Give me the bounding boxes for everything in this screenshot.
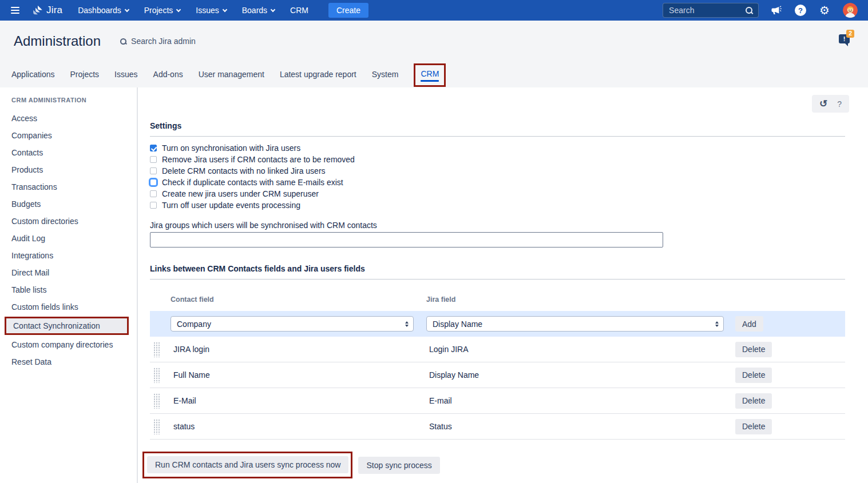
chevron-down-icon (176, 7, 181, 11)
page-title: Administration (14, 33, 101, 49)
sidebar-item-transactions[interactable]: Transactions (0, 178, 137, 195)
checkbox-row-check-duplicates[interactable]: Check if duplicate contacts with same E-… (150, 177, 845, 188)
page-help-icon[interactable]: ? (837, 99, 842, 109)
sidebar-item-contacts[interactable]: Contacts (0, 144, 137, 161)
tab-issues[interactable]: Issues (114, 70, 137, 87)
sidebar-item-budgets[interactable]: Budgets (0, 195, 137, 213)
add-button[interactable]: Add (735, 316, 763, 332)
sidebar-item-custom-company-directories[interactable]: Custom company directories (0, 336, 137, 353)
user-avatar[interactable] (843, 3, 858, 18)
select-spinner-icon (715, 321, 719, 327)
tab-crm-active[interactable]: CRM (415, 65, 444, 85)
checkbox-turn-on-sync[interactable] (150, 145, 157, 151)
search-icon (746, 7, 753, 14)
drag-handle-icon[interactable] (153, 368, 160, 383)
table-row: status Status Delete (150, 414, 845, 440)
sidebar-item-integrations[interactable]: Integrations (0, 247, 137, 264)
announcements-icon[interactable] (770, 5, 782, 15)
settings-checkbox-list: Turn on synchronisation with Jira users … (150, 142, 845, 211)
sidebar-item-custom-directories[interactable]: Custom directories (0, 213, 137, 230)
run-sync-button[interactable]: Run CRM contacts and Jira users sync pro… (147, 456, 348, 473)
top-navbar: Jira Dashboards Projects Issues Boards C… (0, 0, 868, 21)
chevron-down-icon (223, 7, 227, 11)
nav-issues[interactable]: Issues (196, 6, 226, 15)
delete-button[interactable]: Delete (735, 419, 772, 434)
sidebar-item-contact-synchronization[interactable]: Contact Synchronization (6, 318, 127, 333)
sync-actions: Run CRM contacts and Jira users sync pro… (150, 452, 845, 478)
checkbox-delete-crm-contacts[interactable] (150, 167, 157, 174)
avatar-image (843, 3, 858, 18)
drag-handle-icon[interactable] (153, 419, 160, 434)
tab-add-ons[interactable]: Add-ons (153, 70, 183, 87)
admin-search-placeholder: Search Jira admin (131, 37, 196, 46)
delete-button[interactable]: Delete (735, 393, 772, 409)
jira-field-select[interactable]: Display Name (426, 316, 724, 332)
checkbox-create-under-superuser[interactable] (150, 190, 157, 197)
sidebar-item-audit-log[interactable]: Audit Log (0, 230, 137, 247)
checkbox-row-turn-on-sync[interactable]: Turn on synchronisation with Jira users (150, 142, 845, 154)
nav-projects[interactable]: Projects (144, 6, 181, 15)
refresh-icon[interactable]: ↺ (819, 99, 827, 109)
table-row: Full Name Display Name Delete (150, 362, 845, 388)
sidebar-item-products[interactable]: Products (0, 161, 137, 178)
help-icon[interactable]: ? (795, 5, 806, 16)
nav-boards[interactable]: Boards (242, 6, 275, 15)
tab-system[interactable]: System (372, 70, 399, 87)
drag-handle-icon[interactable] (153, 393, 160, 409)
nav-dashboards[interactable]: Dashboards (78, 6, 129, 15)
page-body: CRM ADMINISTRATION Access Companies Cont… (0, 87, 868, 483)
checkbox-row-turn-off-update-events[interactable]: Turn off user update events processing (150, 199, 845, 211)
notification-badge: 2 (846, 30, 854, 38)
checkbox-remove-jira-users[interactable] (150, 156, 157, 163)
annotation-box-contact-synchronization: Contact Synchronization (5, 317, 129, 335)
admin-header: Administration Search Jira admin ! 2 (0, 21, 868, 62)
megaphone-icon (770, 5, 782, 15)
checkbox-turn-off-update-events[interactable] (150, 202, 157, 209)
jira-logo-text: Jira (46, 5, 62, 16)
sidebar-item-reset-data[interactable]: Reset Data (0, 353, 137, 370)
sidebar-item-direct-mail[interactable]: Direct Mail (0, 264, 137, 281)
checkbox-row-delete-crm-contacts[interactable]: Delete CRM contacts with no linked Jira … (150, 165, 845, 177)
tab-user-management[interactable]: User management (199, 70, 264, 87)
admin-search-input[interactable]: Search Jira admin (120, 37, 196, 46)
links-table-header: Contact field Jira field (150, 280, 845, 311)
select-spinner-icon (405, 321, 409, 327)
links-heading: Links between CRM Contacts fields and Ji… (150, 264, 845, 273)
sidebar-item-custom-fields-links[interactable]: Custom fields links (0, 298, 137, 316)
gear-icon[interactable]: ⚙ (819, 5, 830, 16)
links-table-new-row: Company Display Name Add (150, 311, 845, 337)
nav-crm[interactable]: CRM (290, 6, 308, 15)
settings-divider (150, 136, 845, 137)
checkbox-check-duplicates[interactable] (150, 179, 157, 186)
delete-button[interactable]: Delete (735, 368, 772, 383)
column-header-contact-field: Contact field (171, 296, 426, 304)
sidebar-item-access[interactable]: Access (0, 110, 137, 127)
sidebar-item-companies[interactable]: Companies (0, 127, 137, 144)
jira-groups-label: Jira groups which users will be synchron… (150, 221, 845, 230)
notifications-button[interactable]: ! 2 (839, 34, 850, 43)
table-row: E-Mail E-mail Delete (150, 388, 845, 414)
navbar-search-placeholder: Search (669, 6, 694, 15)
checkbox-row-create-under-superuser[interactable]: Create new jira users under CRM superuse… (150, 188, 845, 199)
admin-tabs: Applications Projects Issues Add-ons Use… (0, 62, 868, 87)
create-button[interactable]: Create (328, 3, 368, 18)
menu-icon[interactable] (11, 7, 19, 14)
navbar-search-input[interactable]: Search (663, 3, 759, 18)
tab-projects[interactable]: Projects (70, 70, 100, 87)
delete-button[interactable]: Delete (735, 342, 772, 357)
sidebar-section-title: CRM ADMINISTRATION (0, 97, 137, 103)
contact-field-select[interactable]: Company (171, 316, 414, 332)
search-icon (120, 38, 126, 45)
stop-sync-button[interactable]: Stop sync process (358, 457, 439, 474)
annotation-box-run-button: Run CRM contacts and Jira users sync pro… (142, 452, 352, 478)
chevron-down-icon (271, 7, 275, 11)
drag-handle-icon[interactable] (153, 342, 160, 357)
chevron-down-icon (124, 7, 129, 11)
tab-applications[interactable]: Applications (11, 70, 55, 87)
checkbox-row-remove-jira-users[interactable]: Remove Jira users if CRM contacts are to… (150, 154, 845, 165)
sidebar-item-table-lists[interactable]: Table lists (0, 281, 137, 298)
tab-latest-upgrade-report[interactable]: Latest upgrade report (280, 70, 356, 87)
jira-logo[interactable]: Jira (31, 5, 62, 16)
jira-groups-input[interactable] (150, 232, 663, 248)
annotation-box-crm-tab: CRM (414, 63, 446, 87)
